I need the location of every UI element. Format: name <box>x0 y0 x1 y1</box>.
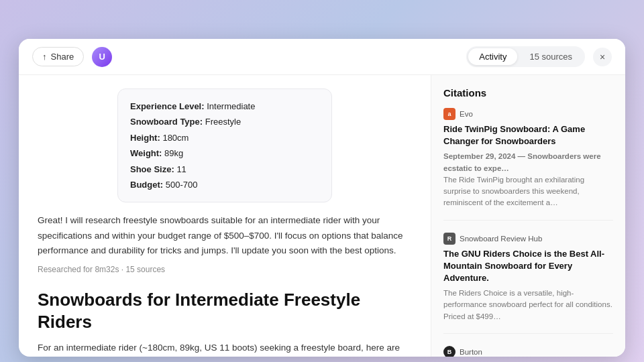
result-intro: For an intermediate rider (~180cm, 89kg,… <box>38 341 412 357</box>
shoe-size-row: Shoe Size: 11 <box>130 162 319 177</box>
citations-title: Citations <box>443 87 613 99</box>
share-button[interactable]: ↑ Share <box>32 47 84 66</box>
snowboard-type-label: Snowboard Type: <box>130 117 203 127</box>
header-left: ↑ Share U <box>32 47 112 67</box>
info-card: Experience Level: Intermediate Snowboard… <box>117 88 332 202</box>
weight-row: Weight: 89kg <box>130 145 319 161</box>
height-value: 180cm <box>162 133 189 143</box>
budget-value: 500-700 <box>166 180 198 190</box>
budget-label: Budget: <box>130 180 163 190</box>
citation-item: a Evo Ride TwinPig Snowboard: A Game Cha… <box>443 108 613 221</box>
result-title: Snowboards for Intermediate Freestyle Ri… <box>38 289 412 333</box>
height-row: Height: 180cm <box>130 130 319 145</box>
weight-label: Weight: <box>130 148 162 158</box>
height-label: Height: <box>130 133 160 143</box>
header-right: Activity 15 sources × <box>466 46 612 67</box>
snowboard-type-row: Snowboard Type: Freestyle <box>130 114 319 129</box>
source-name: Evo <box>460 110 473 118</box>
share-icon: ↑ <box>42 52 47 62</box>
evo-icon: a <box>443 108 455 120</box>
panel-body: Experience Level: Intermediate Snowboard… <box>19 75 625 357</box>
source-name: Burton <box>460 348 482 356</box>
citation-title: Ride TwinPig Snowboard: A Game Changer f… <box>443 123 613 147</box>
citation-source: B Burton <box>443 346 613 357</box>
share-label: Share <box>51 52 74 62</box>
tab-group: Activity 15 sources <box>466 46 585 67</box>
close-button[interactable]: × <box>593 48 612 66</box>
citation-title: The GNU Riders Choice is the Best All-Mo… <box>443 248 613 285</box>
riders-icon: R <box>443 233 455 245</box>
weight-value: 89kg <box>164 148 183 158</box>
citation-item: R Snowboard Review Hub The GNU Riders Ch… <box>443 233 613 334</box>
tab-activity[interactable]: Activity <box>468 48 517 65</box>
citation-source: a Evo <box>443 108 613 120</box>
left-column: Experience Level: Intermediate Snowboard… <box>19 75 431 357</box>
citation-snippet: September 29, 2024 — Snowboarders were e… <box>443 151 613 208</box>
right-column: Citations a Evo Ride TwinPig Snowboard: … <box>431 75 625 357</box>
panel-header: ↑ Share U Activity 15 sources × <box>19 39 625 75</box>
citation-snippet: The Riders Choice is a versatile, high-p… <box>443 288 613 322</box>
citation-item: B Burton GNU Riders Choice: Snowboarders… <box>443 346 613 357</box>
experience-value: Intermediate <box>207 101 255 111</box>
research-text: Great! I will research freestyle snowboa… <box>38 213 412 258</box>
snowboard-type-value: Freestyle <box>205 117 241 127</box>
source-name: Snowboard Review Hub <box>460 235 542 243</box>
main-panel: ↑ Share U Activity 15 sources × Experien… <box>19 39 625 357</box>
experience-row: Experience Level: Intermediate <box>130 99 319 114</box>
experience-label: Experience Level: <box>130 101 205 111</box>
citation-source: R Snowboard Review Hub <box>443 233 613 245</box>
research-meta: Researched for 8m32s · 15 sources <box>38 265 412 274</box>
shoe-size-label: Shoe Size: <box>130 164 174 174</box>
budget-row: Budget: 500-700 <box>130 177 319 192</box>
tab-sources[interactable]: 15 sources <box>519 48 583 65</box>
burton-icon: B <box>443 346 455 357</box>
avatar: U <box>92 47 112 67</box>
shoe-size-value: 11 <box>176 164 186 174</box>
